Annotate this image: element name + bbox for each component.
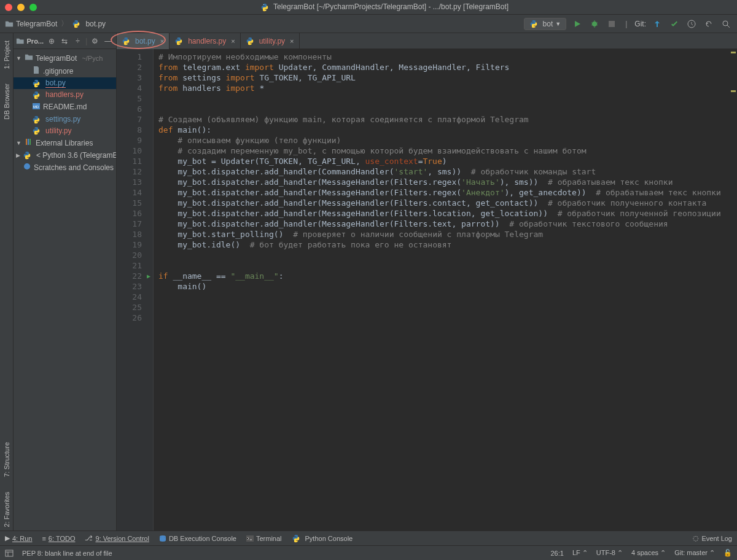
line-separator[interactable]: LF ⌃ bbox=[572, 549, 588, 557]
tree-item[interactable]: MDREADME.md bbox=[14, 101, 116, 114]
chevron-right-icon: 〉 bbox=[61, 18, 68, 29]
file-encoding[interactable]: UTF-8 ⌃ bbox=[596, 549, 623, 557]
git-history-button[interactable] bbox=[685, 18, 698, 30]
editor-tab[interactable]: handlers.py× bbox=[170, 33, 240, 49]
code-area[interactable]: # Импортируем необходимые компонентыfrom… bbox=[154, 49, 737, 531]
tool-windows-icon[interactable] bbox=[5, 549, 14, 558]
code-line[interactable] bbox=[158, 313, 732, 323]
py-icon bbox=[32, 90, 43, 99]
code-line[interactable] bbox=[158, 250, 732, 260]
breadcrumb-file[interactable]: bot.py bbox=[72, 20, 106, 28]
git-label: Git: bbox=[634, 20, 646, 28]
editor-body[interactable]: 123456789101112131415161718192021▶222324… bbox=[117, 49, 737, 531]
tool-event-log[interactable]: ◌ Event Log bbox=[693, 534, 732, 542]
code-line[interactable] bbox=[158, 260, 732, 271]
tool-run[interactable]: ▶ 4: Run bbox=[5, 534, 32, 542]
chevron-down-icon: ▼ bbox=[555, 21, 561, 27]
tool-python-console[interactable]: Python Console bbox=[292, 534, 353, 543]
tree-item[interactable]: Scratches and Consoles bbox=[14, 161, 116, 174]
git-revert-button[interactable] bbox=[703, 18, 715, 30]
code-line[interactable]: my_bot.start_polling() # проверяет о нал… bbox=[158, 229, 732, 239]
sidebar-header: Pro... ⊕ ⇆ ÷ | ⚙ — bbox=[14, 33, 116, 49]
tool-structure[interactable]: 7: Structure bbox=[2, 440, 12, 480]
tool-project[interactable]: 1: Project bbox=[2, 38, 12, 71]
git-commit-button[interactable] bbox=[668, 18, 680, 30]
git-branch[interactable]: Git: master ⌃ bbox=[674, 549, 715, 557]
expand-all-button[interactable]: ⇆ bbox=[59, 36, 69, 47]
collapse-all-button[interactable]: ÷ bbox=[72, 36, 83, 47]
debug-button[interactable] bbox=[588, 18, 601, 30]
close-tab-icon[interactable]: × bbox=[290, 37, 294, 45]
editor-tab[interactable]: bot.py× bbox=[117, 33, 170, 49]
code-line[interactable] bbox=[158, 104, 732, 114]
error-stripe[interactable] bbox=[730, 52, 737, 123]
code-line[interactable]: # описываем функцию (тело функции) bbox=[158, 135, 732, 146]
status-bar: PEP 8: blank line at end of file 26:1 LF… bbox=[0, 545, 737, 560]
tree-item[interactable]: settings.py bbox=[14, 114, 116, 125]
tool-terminal[interactable]: Terminal bbox=[246, 535, 282, 542]
sidebar-title: Pro... bbox=[27, 37, 44, 45]
close-tab-icon[interactable]: × bbox=[231, 37, 235, 45]
run-gutter-icon[interactable]: ▶ bbox=[147, 271, 150, 281]
tree-item-label: < Python 3.6 (TelegramBot) > bbox=[36, 151, 116, 160]
code-line[interactable]: my_bot.idle() # бот будет работать пока … bbox=[158, 239, 732, 250]
tree-item[interactable]: handlers.py bbox=[14, 89, 116, 101]
code-line[interactable]: my_bot.dispatcher.add_handler(MessageHan… bbox=[158, 219, 732, 229]
code-line[interactable]: if __name__ == "__main__": bbox=[158, 271, 732, 281]
run-button[interactable] bbox=[571, 18, 583, 30]
readonly-lock-icon[interactable]: 🔓 bbox=[723, 549, 732, 557]
search-button[interactable] bbox=[720, 18, 732, 30]
code-line[interactable]: my_bot.dispatcher.add_handler(MessageHan… bbox=[158, 208, 732, 219]
scratch-icon bbox=[23, 162, 31, 173]
tool-todo[interactable]: ≡ 6: TODO bbox=[42, 535, 75, 542]
tool-vcs[interactable]: ⎇ 9: Version Control bbox=[85, 534, 149, 542]
cursor-position[interactable]: 26:1 bbox=[550, 550, 563, 557]
code-line[interactable]: main() bbox=[158, 281, 732, 292]
stop-button[interactable] bbox=[606, 18, 618, 30]
tree-item[interactable]: utility.py bbox=[14, 125, 116, 137]
traffic-lights bbox=[5, 4, 37, 11]
code-line[interactable]: my_bot = Updater(TG_TOKEN, TG_API_URL, u… bbox=[158, 156, 732, 166]
close-window-button[interactable] bbox=[5, 4, 12, 11]
breadcrumb-project[interactable]: TelegramBot bbox=[5, 20, 57, 28]
code-line[interactable] bbox=[158, 292, 732, 302]
code-line[interactable] bbox=[158, 93, 732, 104]
code-line[interactable]: my_bot.dispatcher.add_handler(MessageHan… bbox=[158, 187, 732, 198]
file-icon bbox=[32, 66, 41, 76]
code-line[interactable]: from telegram.ext import Updater, Comman… bbox=[158, 62, 732, 72]
settings-button[interactable]: ⚙ bbox=[90, 36, 100, 47]
tree-item[interactable]: ▼TelegramBot~/Pych bbox=[14, 52, 116, 64]
gutter[interactable]: 123456789101112131415161718192021▶222324… bbox=[117, 49, 154, 531]
tool-db-console[interactable]: DB Execution Console bbox=[159, 535, 236, 542]
code-line[interactable]: # Импортируем необходимые компоненты bbox=[158, 52, 732, 62]
tree-item[interactable]: ▶< Python 3.6 (TelegramBot) > bbox=[14, 149, 116, 161]
hide-button[interactable]: — bbox=[103, 36, 114, 47]
tool-db-browser[interactable]: DB Browser bbox=[2, 81, 12, 122]
code-line[interactable]: # создадим переменную my_bot, с помощью … bbox=[158, 146, 732, 156]
code-line[interactable]: # Создаем (объявляем) функцию main, кото… bbox=[158, 114, 732, 125]
select-opened-file-button[interactable]: ⊕ bbox=[46, 36, 57, 47]
code-line[interactable]: from settings import TG_TOKEN, TG_API_UR… bbox=[158, 72, 732, 83]
code-line[interactable] bbox=[158, 302, 732, 313]
warning-marker[interactable] bbox=[731, 90, 736, 92]
editor-tab[interactable]: utility.py× bbox=[241, 33, 300, 49]
close-tab-icon[interactable]: × bbox=[160, 37, 164, 45]
code-line[interactable]: my_bot.dispatcher.add_handler(CommandHan… bbox=[158, 166, 732, 177]
code-line[interactable]: my_bot.dispatcher.add_handler(MessageHan… bbox=[158, 177, 732, 187]
tree-item[interactable]: .gitignore bbox=[14, 64, 116, 77]
tree-item[interactable]: ▼External Libraries bbox=[14, 136, 116, 149]
code-line[interactable]: def main(): bbox=[158, 125, 732, 135]
tree-item[interactable]: bot.py bbox=[14, 77, 116, 89]
tool-favorites[interactable]: 2: Favorites bbox=[2, 489, 12, 529]
tab-label: utility.py bbox=[259, 37, 285, 45]
run-config-selector[interactable]: bot ▼ bbox=[524, 18, 567, 30]
py-icon bbox=[32, 115, 43, 124]
minimize-window-button[interactable] bbox=[17, 4, 25, 11]
maximize-window-button[interactable] bbox=[29, 4, 37, 11]
code-line[interactable]: from handlers import * bbox=[158, 83, 732, 93]
indent-config[interactable]: 4 spaces ⌃ bbox=[631, 549, 666, 557]
warning-marker[interactable] bbox=[731, 52, 736, 53]
git-update-button[interactable] bbox=[651, 18, 663, 30]
code-line[interactable]: my_bot.dispatcher.add_handler(MessageHan… bbox=[158, 198, 732, 208]
svg-point-5 bbox=[723, 21, 728, 26]
